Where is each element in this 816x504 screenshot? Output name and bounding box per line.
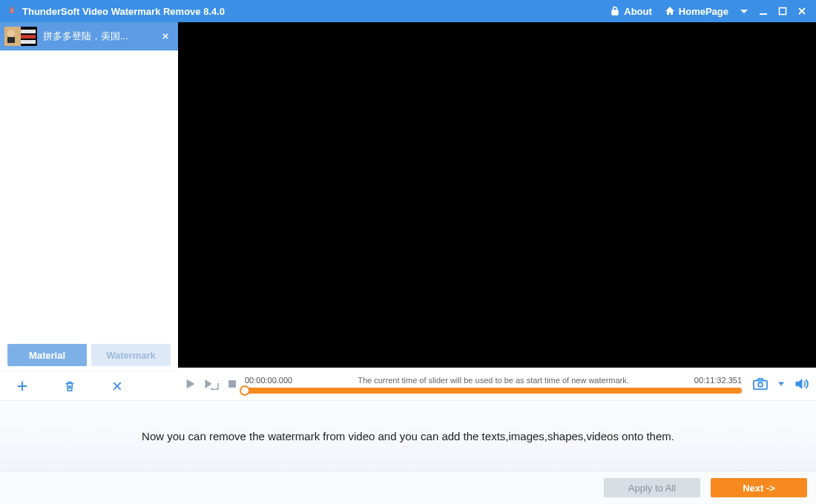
tab-material-label: Material bbox=[29, 350, 65, 361]
file-list: 拼多多登陆，美国... bbox=[0, 22, 178, 344]
stop-button[interactable] bbox=[224, 376, 240, 392]
timeline-hint: The current time of slider will be used … bbox=[312, 376, 675, 385]
svg-rect-10 bbox=[21, 35, 36, 39]
file-remove-icon[interactable] bbox=[159, 30, 172, 42]
next-button[interactable]: Next -> bbox=[711, 478, 807, 497]
timeline: 00:00:00.000 The current time of slider … bbox=[245, 374, 742, 394]
main-area: 拼多多登陆，美国... Material Watermark bbox=[0, 22, 816, 400]
step-button[interactable] bbox=[203, 376, 220, 392]
lock-icon bbox=[609, 5, 621, 17]
file-name: 拼多多登陆，美国... bbox=[43, 30, 159, 43]
close-button[interactable] bbox=[792, 0, 812, 22]
play-button[interactable] bbox=[182, 376, 199, 392]
snapshot-menu-icon[interactable] bbox=[773, 376, 789, 392]
sidebar: 拼多多登陆，美国... Material Watermark bbox=[0, 22, 178, 400]
clear-button[interactable] bbox=[108, 377, 126, 395]
svg-rect-11 bbox=[21, 40, 36, 44]
add-button[interactable] bbox=[13, 377, 31, 395]
file-item[interactable]: 拼多多登陆，美国... bbox=[0, 22, 178, 50]
svg-rect-2 bbox=[780, 8, 786, 15]
button-row: Apply to All Next -> bbox=[0, 471, 816, 504]
apply-to-all-label: Apply to All bbox=[628, 483, 676, 494]
homepage-button[interactable]: HomePage bbox=[658, 0, 734, 22]
next-label: Next -> bbox=[743, 483, 775, 494]
titlebar: ThunderSoft Video Watermark Remove 8.4.0… bbox=[0, 0, 816, 22]
minimize-button[interactable] bbox=[754, 0, 773, 22]
svg-rect-8 bbox=[7, 37, 15, 43]
timeline-track[interactable] bbox=[245, 388, 742, 394]
player-right-tools bbox=[752, 376, 810, 392]
volume-button[interactable] bbox=[794, 376, 810, 392]
delete-button[interactable] bbox=[61, 377, 79, 395]
tab-watermark-label: Watermark bbox=[106, 350, 156, 361]
svg-rect-20 bbox=[228, 380, 236, 388]
preview-area: 00:00:00.000 The current time of slider … bbox=[178, 22, 816, 400]
about-button[interactable]: About bbox=[603, 0, 658, 22]
info-strip: Now you can remove the watermark from vi… bbox=[0, 400, 816, 471]
sidebar-tools bbox=[0, 371, 178, 400]
homepage-label: HomePage bbox=[679, 6, 728, 17]
video-canvas[interactable] bbox=[178, 22, 816, 368]
timeline-knob[interactable] bbox=[240, 385, 250, 396]
tab-watermark[interactable]: Watermark bbox=[91, 344, 171, 366]
maximize-button[interactable] bbox=[773, 0, 792, 22]
time-end: 00:11:32.351 bbox=[675, 376, 742, 385]
app-title: ThunderSoft Video Watermark Remove 8.4.0 bbox=[22, 6, 225, 17]
tab-material[interactable]: Material bbox=[7, 344, 87, 366]
time-start: 00:00:00.000 bbox=[245, 376, 312, 385]
file-thumbnail bbox=[4, 27, 37, 46]
about-label: About bbox=[624, 6, 652, 17]
svg-point-7 bbox=[7, 30, 15, 37]
home-icon bbox=[664, 5, 676, 17]
app-icon bbox=[6, 5, 18, 17]
sidebar-tabs: Material Watermark bbox=[7, 344, 171, 366]
menu-button[interactable] bbox=[734, 0, 754, 22]
info-text: Now you can remove the watermark from vi… bbox=[142, 430, 674, 442]
svg-point-22 bbox=[758, 382, 763, 387]
snapshot-button[interactable] bbox=[752, 376, 769, 392]
svg-rect-0 bbox=[612, 10, 618, 15]
apply-to-all-button[interactable]: Apply to All bbox=[604, 478, 700, 497]
svg-rect-9 bbox=[21, 30, 36, 33]
player-bar: 00:00:00.000 The current time of slider … bbox=[178, 368, 816, 400]
